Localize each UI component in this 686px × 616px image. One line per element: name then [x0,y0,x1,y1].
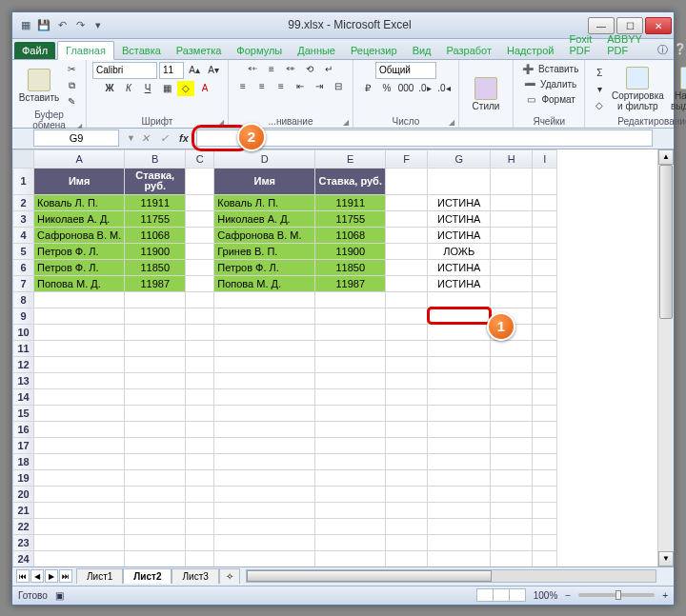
cell-E24[interactable] [315,550,386,566]
cell-H18[interactable] [491,453,533,469]
cell-D24[interactable] [214,550,315,566]
insert-cells-icon[interactable]: ➕ [519,62,536,77]
align-right-icon[interactable]: ≡ [272,79,290,94]
save-icon[interactable]: 💾 [36,17,51,32]
sort-filter-button[interactable]: Сортировка и фильтр [611,67,664,111]
cell-A4[interactable]: Сафронова В. М. [34,227,125,243]
cell-I8[interactable] [533,291,557,308]
tab-formulas[interactable]: Формулы [229,42,290,59]
sheet-nav-prev-icon[interactable]: ◀ [30,569,44,583]
cell-E7[interactable]: 11987 [315,275,386,291]
cell-A17[interactable] [34,437,125,453]
cell-B20[interactable] [125,486,186,502]
cell-I6[interactable] [533,259,557,275]
cell-B2[interactable]: 11911 [125,194,186,210]
cell-I21[interactable] [533,502,557,518]
cell-D4[interactable]: Сафронова В. М. [214,227,315,243]
tab-abbyy[interactable]: ABBYY PDF [599,30,650,59]
name-box[interactable]: G9 [33,129,119,147]
cell-F11[interactable] [386,340,428,356]
worksheet-area[interactable]: ABCDEFGHI1ИмяСтавка, руб.ИмяСтавка, руб.… [12,149,674,566]
cell-E23[interactable] [315,534,386,550]
cell-I10[interactable] [533,324,557,340]
cell-D21[interactable] [214,502,315,518]
italic-button[interactable]: К [120,81,137,96]
cell-F19[interactable] [386,469,428,486]
vertical-scrollbar[interactable]: ▲ ▼ [657,149,674,566]
cell-D5[interactable]: Гринев В. П. [214,243,315,259]
cell-B22[interactable] [125,518,186,534]
cell-H20[interactable] [491,486,533,502]
cell-D3[interactable]: Николаев А. Д. [214,210,315,227]
currency-icon[interactable]: ₽ [359,81,376,96]
cell-G11[interactable] [428,340,491,356]
cell-G2[interactable]: ИСТИНА [428,194,491,210]
cell-A8[interactable] [34,291,125,308]
row-header-10[interactable]: 10 [13,324,34,340]
cell-C6[interactable] [186,259,214,275]
dec-decimal-icon[interactable]: .0◂ [435,81,453,96]
cell-E20[interactable] [315,486,386,502]
cell-G13[interactable] [428,372,491,388]
cell-G7[interactable]: ИСТИНА [428,275,491,291]
scroll-thumb[interactable] [659,165,673,319]
cell-G15[interactable] [428,405,491,421]
scroll-up-icon[interactable]: ▲ [658,149,674,165]
cell-F24[interactable] [386,550,428,566]
row-header-15[interactable]: 15 [13,405,34,421]
cell-B17[interactable] [125,437,186,453]
view-pagebreak-icon[interactable] [509,588,526,602]
row-header-21[interactable]: 21 [13,502,34,518]
cell-D2[interactable]: Коваль Л. П. [214,194,315,210]
cell-B9[interactable] [125,308,186,324]
cell-F8[interactable] [386,291,428,308]
col-header-B[interactable]: B [125,149,186,168]
cell-F22[interactable] [386,518,428,534]
format-painter-icon[interactable]: ✎ [63,94,80,109]
cell-F15[interactable] [386,405,428,421]
cell-C23[interactable] [186,534,214,550]
undo-icon[interactable]: ↶ [54,17,70,32]
row-header-17[interactable]: 17 [13,437,34,453]
cell-F7[interactable] [386,275,428,291]
cell-G21[interactable] [428,502,491,518]
tab-addins[interactable]: Надстрой [499,42,561,59]
copy-icon[interactable]: ⧉ [63,78,80,93]
cell-G10[interactable] [428,324,491,340]
row-header-14[interactable]: 14 [13,388,34,405]
cell-E1[interactable]: Ставка, руб. [315,168,386,194]
comma-icon[interactable]: 000 [397,81,414,96]
styles-button[interactable]: Стили [465,77,507,111]
cell-A11[interactable] [34,340,125,356]
row-header-8[interactable]: 8 [13,291,34,308]
zoom-slider[interactable] [578,593,655,597]
grow-font-icon[interactable]: A▴ [186,63,203,78]
cell-C15[interactable] [186,405,214,421]
sheet-nav-last-icon[interactable]: ⏭ [59,569,72,583]
row-header-1[interactable]: 1 [13,168,34,194]
cell-B13[interactable] [125,372,186,388]
sheet-tab-3[interactable]: Лист3 [172,568,218,584]
row-header-4[interactable]: 4 [13,227,34,243]
cell-F10[interactable] [386,324,428,340]
row-header-11[interactable]: 11 [13,340,34,356]
merge-icon[interactable]: ⊟ [330,79,347,94]
cell-C7[interactable] [186,275,214,291]
cell-H24[interactable] [491,550,533,566]
cell-C9[interactable] [186,308,214,324]
cell-H6[interactable] [491,259,533,275]
row-header-18[interactable]: 18 [13,453,34,469]
cell-I18[interactable] [533,453,557,469]
cell-E10[interactable] [315,324,386,340]
row-header-6[interactable]: 6 [13,259,34,275]
cell-D16[interactable] [214,421,315,437]
cell-A20[interactable] [34,486,125,502]
cell-H7[interactable] [491,275,533,291]
cell-D17[interactable] [214,437,315,453]
cell-I22[interactable] [533,518,557,534]
sheet-nav-next-icon[interactable]: ▶ [45,569,58,583]
row-header-9[interactable]: 9 [13,308,34,324]
cell-D13[interactable] [214,372,315,388]
sheet-tab-1[interactable]: Лист1 [76,568,123,584]
enter-formula-icon[interactable]: ✓ [156,129,173,147]
